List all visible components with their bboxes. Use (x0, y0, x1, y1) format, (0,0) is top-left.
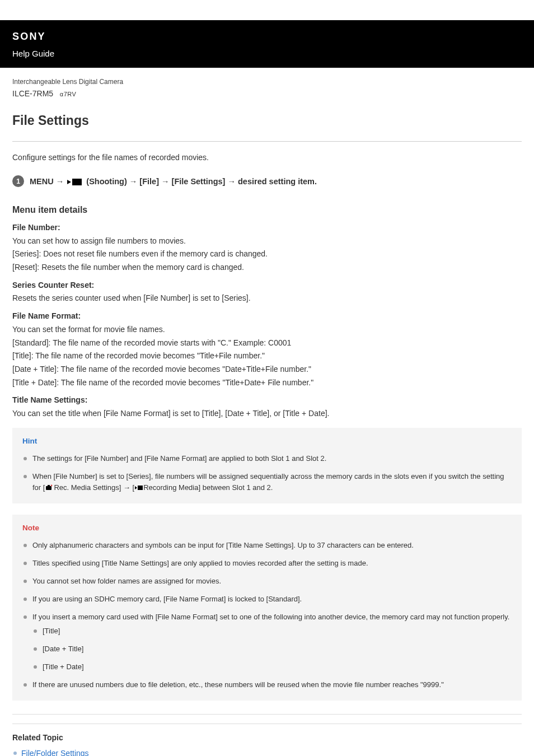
note-subitem: [Title] (32, 626, 512, 637)
menu-item-option: [Series]: Does not reset file numbers ev… (12, 248, 522, 260)
model-suffix: α7RV (60, 91, 77, 97)
note-item: If there are unused numbers due to file … (22, 679, 512, 690)
divider (12, 141, 522, 142)
note-item: You cannot set how folder names are assi… (22, 576, 512, 587)
menu-item-option: [Standard]: The file name of the recorde… (12, 337, 522, 349)
hint-title: Hint (22, 436, 512, 447)
svg-rect-3 (48, 485, 50, 487)
note-item: If you are using an SDHC memory card, [F… (22, 594, 512, 605)
note-item: Only alphanumeric characters and symbols… (22, 540, 512, 551)
note-item: If you insert a memory card used with [F… (22, 612, 512, 673)
step-number-badge: 1 (12, 175, 24, 187)
page-title: File Settings (12, 111, 522, 131)
menu-item-option: [Title]: The file name of the recorded m… (12, 350, 522, 362)
menu-item-option: [Title + Date]: The file name of the rec… (12, 377, 522, 389)
related-item: File/Folder Settings (12, 748, 522, 756)
svg-marker-5 (135, 486, 137, 489)
related-list: File/Folder Settings (12, 748, 522, 756)
step-menu: MENU (30, 177, 54, 186)
menu-item-option: [Reset]: Resets the file number when the… (12, 262, 522, 274)
menu-item-block: File Name Format:You can set the format … (12, 310, 522, 389)
note-subitem: [Title + Date] (32, 661, 512, 673)
step-text: MENU (Shooting) [File] [File Settings] d… (30, 175, 317, 188)
hint-callout: Hint The settings for [File Number] and … (12, 428, 522, 503)
step-file: [File] (139, 177, 159, 186)
menu-item-block: File Number:You can set how to assign fi… (12, 222, 522, 274)
menu-item-details-heading: Menu item details (12, 203, 522, 217)
divider (12, 724, 522, 724)
intro-text: Configure settings for the file names of… (12, 152, 522, 164)
menu-item-desc: You can set the format for movie file na… (12, 324, 522, 336)
menu-item-desc: You can set how to assign file numbers t… (12, 235, 522, 248)
hint-list: The settings for [File Number] and [File… (22, 453, 512, 493)
related-topic-heading: Related Topic (12, 732, 522, 744)
menu-item-option: [Date + Title]: The file name of the rec… (12, 363, 522, 376)
help-guide-label: Help Guide (12, 47, 522, 60)
divider (12, 714, 522, 715)
related-link[interactable]: File/Folder Settings (21, 749, 89, 756)
menu-path-step: 1 MENU (Shooting) [File] [File Settings]… (12, 175, 522, 188)
note-title: Note (22, 522, 512, 534)
hint-item: When [File Number] is set to [Series], f… (22, 471, 512, 493)
menu-item-title: Series Counter Reset: (12, 279, 522, 292)
menu-item-block: Title Name Settings:You can set the titl… (12, 394, 522, 419)
brand-logo: SONY (12, 29, 522, 45)
model-code: ILCE-7RM5 (12, 89, 53, 98)
camera-movie-icon (45, 484, 53, 491)
menu-item-title: File Number: (12, 222, 522, 234)
svg-rect-1 (72, 179, 82, 185)
note-sublist: [Title][Date + Title][Title + Date] (32, 626, 512, 673)
top-banner: SONY Help Guide (0, 20, 534, 68)
note-callout: Note Only alphanumeric characters and sy… (12, 515, 522, 701)
model-name: ILCE-7RM5 α7RV (12, 88, 522, 100)
svg-point-4 (51, 485, 53, 487)
movie-shooting-icon (67, 178, 82, 186)
menu-item-block: Series Counter Reset:Resets the series c… (12, 279, 522, 305)
product-line: Interchangeable Lens Digital Camera (12, 77, 522, 87)
step-file-settings: [File Settings] (172, 177, 226, 186)
menu-item-desc: You can set the title when [File Name Fo… (12, 408, 522, 420)
hint-item: The settings for [File Number] and [File… (22, 453, 512, 464)
menu-item-title: Title Name Settings: (12, 394, 522, 407)
step-desired: desired setting item. (238, 177, 317, 186)
svg-rect-6 (138, 486, 143, 490)
note-item: Titles specified using [Title Name Setti… (22, 558, 512, 569)
note-subitem: [Date + Title] (32, 643, 512, 655)
svg-rect-2 (46, 486, 51, 490)
step-shooting: (Shooting) (86, 177, 127, 186)
menu-item-title: File Name Format: (12, 310, 522, 323)
movie-icon (135, 485, 143, 491)
svg-marker-0 (67, 180, 71, 184)
menu-item-desc: Resets the series counter used when [Fil… (12, 292, 522, 305)
note-list: Only alphanumeric characters and symbols… (22, 540, 512, 690)
